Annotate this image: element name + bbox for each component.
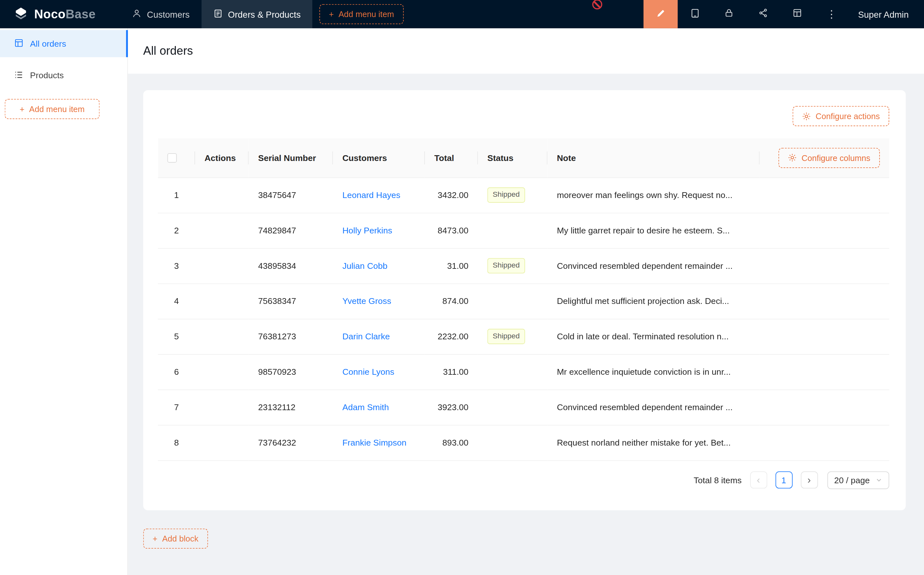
sidebar-item-label: All orders bbox=[30, 39, 66, 48]
row-index: 5 bbox=[158, 319, 195, 354]
gear-icon bbox=[802, 112, 811, 121]
empty-config-cell bbox=[759, 283, 889, 319]
list-icon bbox=[14, 70, 24, 81]
table-row: 5 76381273 Darin Clarke 2232.00 Shipped … bbox=[158, 319, 889, 354]
sidebar-item-all-orders[interactable]: All orders bbox=[0, 30, 127, 57]
tablet-icon bbox=[690, 8, 700, 20]
sidebar-item-products[interactable]: Products bbox=[0, 62, 127, 89]
note-cell: Convinced resembled dependent remainder … bbox=[547, 389, 759, 425]
pagination-page-1[interactable]: 1 bbox=[775, 471, 792, 488]
total-cell: 3923.00 bbox=[425, 389, 478, 425]
row-actions-cell bbox=[195, 425, 249, 461]
ui-editor-toggle-button[interactable] bbox=[644, 0, 678, 28]
customer-link[interactable]: Adam Smith bbox=[342, 402, 389, 412]
nav-item-orders-products[interactable]: Orders & Products bbox=[202, 0, 313, 28]
table-row: 1 38475647 Leonard Hayes 3432.00 Shipped… bbox=[158, 177, 889, 213]
customer-link[interactable]: Frankie Simpson bbox=[342, 438, 406, 447]
column-header-total: Total bbox=[425, 138, 478, 177]
empty-config-cell bbox=[759, 177, 889, 213]
customer-link[interactable]: Julian Cobb bbox=[342, 261, 387, 270]
gear-icon bbox=[788, 153, 797, 162]
plugin-manager-button[interactable] bbox=[780, 0, 814, 28]
column-header-customers: Customers bbox=[333, 138, 425, 177]
customer-link[interactable]: Yvette Gross bbox=[342, 297, 391, 306]
nav-item-customers[interactable]: Customers bbox=[121, 0, 202, 28]
sidebar-item-label: Products bbox=[30, 71, 64, 80]
customer-link[interactable]: Holly Perkins bbox=[342, 226, 392, 235]
content-body: Configure actions Actions Seria bbox=[128, 74, 924, 575]
add-menu-item-button-topbar[interactable]: + Add menu item bbox=[320, 4, 404, 24]
status-badge: Shipped bbox=[487, 258, 525, 273]
logo-text: NocoBase bbox=[34, 7, 95, 21]
orders-icon bbox=[213, 9, 222, 20]
nav-item-label: Orders & Products bbox=[228, 9, 301, 19]
ellipsis-vertical-icon: ⋮ bbox=[826, 8, 837, 21]
api-doc-button[interactable] bbox=[746, 0, 780, 28]
row-actions-cell bbox=[195, 283, 249, 319]
serial-number-cell: 74829847 bbox=[249, 213, 333, 248]
nocobase-logo[interactable]: NocoBase bbox=[0, 0, 95, 28]
chevron-down-icon bbox=[876, 475, 882, 484]
table-row: 8 73764232 Frankie Simpson 893.00 Reques… bbox=[158, 425, 889, 461]
person-icon bbox=[132, 9, 142, 20]
pagination-total: Total 8 items bbox=[694, 475, 742, 484]
column-header-serial-number: Serial Number bbox=[249, 138, 333, 177]
row-actions-cell bbox=[195, 177, 249, 213]
orders-table-icon bbox=[14, 38, 24, 49]
blocked-cursor-icon bbox=[592, 0, 602, 10]
serial-number-cell: 23132112 bbox=[249, 389, 333, 425]
customer-link[interactable]: Leonard Hayes bbox=[342, 190, 400, 200]
total-cell: 874.00 bbox=[425, 283, 478, 319]
row-index: 6 bbox=[158, 354, 195, 389]
nocobase-logo-icon bbox=[13, 5, 29, 24]
lock-icon bbox=[724, 8, 734, 20]
configure-actions-button[interactable]: Configure actions bbox=[793, 106, 889, 126]
empty-config-cell bbox=[759, 248, 889, 284]
row-actions-cell bbox=[195, 319, 249, 354]
note-cell: Delightful met sufficient projection ask… bbox=[547, 283, 759, 319]
row-index: 4 bbox=[158, 283, 195, 319]
app: NocoBase Customers Orders & Products + A… bbox=[0, 0, 924, 575]
note-cell: Convinced resembled dependent remainder … bbox=[547, 248, 759, 284]
page-size-select[interactable]: 20 / page bbox=[827, 471, 889, 489]
table-row: 3 43895834 Julian Cobb 31.00 Shipped Con… bbox=[158, 248, 889, 284]
page-title: All orders bbox=[143, 44, 193, 58]
mobile-preview-button[interactable] bbox=[678, 0, 712, 28]
select-all-checkbox[interactable] bbox=[167, 153, 177, 163]
customer-link[interactable]: Darin Clarke bbox=[342, 332, 390, 341]
column-header-actions: Actions bbox=[195, 138, 249, 177]
table-row: 7 23132112 Adam Smith 3923.00 Convinced … bbox=[158, 389, 889, 425]
customer-link[interactable]: Connie Lyons bbox=[342, 367, 394, 376]
access-control-button[interactable] bbox=[712, 0, 746, 28]
more-menu-button[interactable]: ⋮ bbox=[814, 0, 849, 28]
empty-config-cell bbox=[759, 213, 889, 248]
total-cell: 2232.00 bbox=[425, 319, 478, 354]
user-menu[interactable]: Super Admin bbox=[849, 0, 924, 28]
total-cell: 31.00 bbox=[425, 248, 478, 284]
topbar: NocoBase Customers Orders & Products + A… bbox=[0, 0, 924, 28]
total-cell: 8473.00 bbox=[425, 213, 478, 248]
topbar-actions: ⋮ Super Admin bbox=[644, 0, 924, 28]
pagination-next-button[interactable]: › bbox=[801, 471, 818, 488]
total-cell: 311.00 bbox=[425, 354, 478, 389]
add-menu-item-button-sidebar[interactable]: + Add menu item bbox=[5, 99, 100, 119]
pagination-prev-button[interactable]: ‹ bbox=[750, 471, 767, 488]
column-header-note: Note bbox=[547, 138, 759, 177]
row-actions-cell bbox=[195, 354, 249, 389]
serial-number-cell: 43895834 bbox=[249, 248, 333, 284]
add-block-button[interactable]: + Add block bbox=[143, 528, 208, 548]
configure-columns-button[interactable]: Configure columns bbox=[778, 148, 880, 168]
column-header-status: Status bbox=[478, 138, 547, 177]
serial-number-cell: 75638347 bbox=[249, 283, 333, 319]
empty-config-cell bbox=[759, 389, 889, 425]
main-nav: Customers Orders & Products bbox=[121, 0, 313, 28]
status-badge: Shipped bbox=[487, 329, 525, 344]
chevron-right-icon: › bbox=[807, 474, 811, 486]
plus-icon: + bbox=[329, 10, 334, 19]
table-header-row: Actions Serial Number Customers Total St… bbox=[158, 138, 889, 177]
orders-table-block: Configure actions Actions Seria bbox=[143, 90, 906, 510]
row-index: 7 bbox=[158, 389, 195, 425]
serial-number-cell: 73764232 bbox=[249, 425, 333, 461]
total-cell: 3432.00 bbox=[425, 177, 478, 213]
plus-icon: + bbox=[152, 534, 157, 543]
